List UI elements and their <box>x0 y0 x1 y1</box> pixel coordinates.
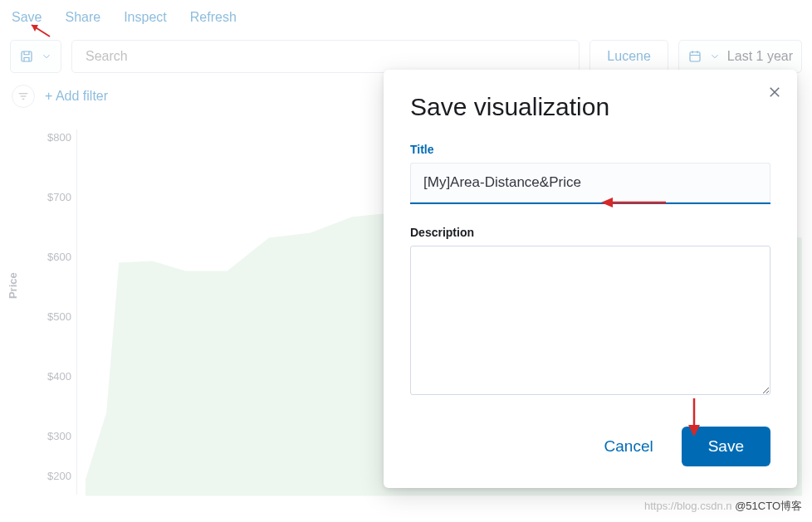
cancel-button[interactable]: Cancel <box>593 429 665 464</box>
date-range-button[interactable]: Last 1 year <box>678 40 802 73</box>
save-visualization-modal: Save visualization Title Description Can… <box>384 70 797 488</box>
watermark-bold: @51CTO博客 <box>735 500 802 512</box>
search-input[interactable] <box>71 40 580 73</box>
annotation-arrow-save-link <box>20 20 53 40</box>
modal-actions: Cancel Save <box>410 427 770 466</box>
top-toolbar: Save Share Inspect Refresh <box>0 0 812 35</box>
watermark-faint: https://blog.csdn.n <box>644 500 732 512</box>
inspect-link[interactable]: Inspect <box>124 10 167 25</box>
query-bar: Lucene Last 1 year <box>0 40 812 73</box>
svg-marker-7 <box>688 425 700 437</box>
y-axis-ticks: $800 $700 $600 $500 $400 $300 $200 <box>35 121 71 503</box>
saved-queries-button[interactable] <box>10 40 61 73</box>
y-tick: $300 <box>35 430 71 442</box>
save-disk-icon <box>19 49 34 64</box>
description-field-label: Description <box>410 226 770 239</box>
y-tick: $200 <box>35 470 71 482</box>
chevron-down-icon <box>709 51 721 62</box>
y-tick: $800 <box>35 131 71 144</box>
filter-settings-button[interactable] <box>12 85 35 108</box>
y-tick: $400 <box>35 370 71 383</box>
y-tick: $600 <box>35 251 71 263</box>
modal-heading: Save visualization <box>410 93 770 121</box>
add-filter-button[interactable]: + Add filter <box>45 89 108 104</box>
description-textarea[interactable] <box>410 246 770 395</box>
calendar-icon <box>687 49 702 64</box>
svg-rect-0 <box>22 51 32 61</box>
y-tick: $700 <box>35 191 71 203</box>
svg-rect-1 <box>690 52 700 61</box>
title-input[interactable] <box>410 163 770 204</box>
share-link[interactable]: Share <box>65 10 100 25</box>
svg-marker-5 <box>601 198 613 207</box>
query-syntax-button[interactable]: Lucene <box>589 40 668 73</box>
close-icon <box>767 85 782 100</box>
title-field-label: Title <box>410 143 770 156</box>
y-axis-title: Price <box>7 272 19 299</box>
annotation-arrow-title-input <box>598 193 669 212</box>
date-range-label: Last 1 year <box>727 49 793 64</box>
refresh-link[interactable]: Refresh <box>190 10 237 25</box>
chevron-down-icon <box>41 51 52 62</box>
watermark: https://blog.csdn.n @51CTO博客 <box>644 499 802 514</box>
filter-settings-icon <box>17 90 30 103</box>
y-tick: $500 <box>35 310 71 323</box>
annotation-arrow-save-button <box>684 397 704 438</box>
close-button[interactable] <box>767 83 782 105</box>
